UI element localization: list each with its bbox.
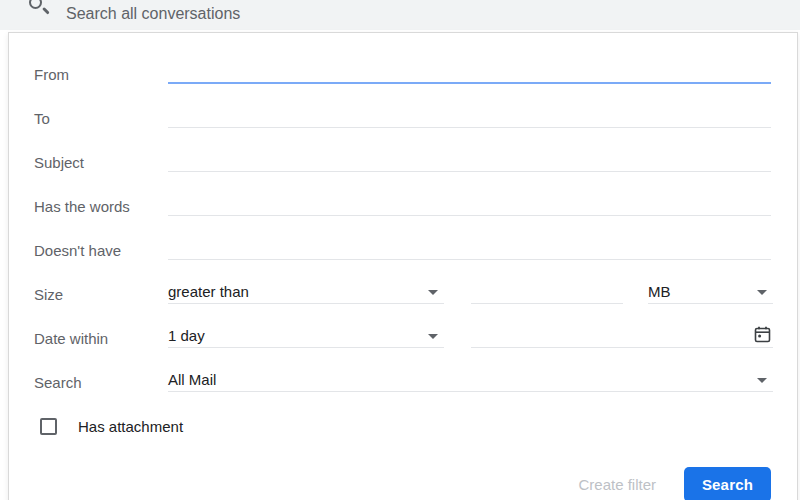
- date-input[interactable]: [471, 327, 773, 347]
- subject-label: Subject: [34, 154, 168, 172]
- search-input[interactable]: [66, 0, 626, 28]
- has-words-row: Has the words: [34, 181, 771, 225]
- search-icon[interactable]: [29, 0, 42, 9]
- search-scope-label: Search: [34, 374, 168, 392]
- subject-input[interactable]: [168, 151, 771, 171]
- search-scope-fields: All Mail: [168, 371, 773, 392]
- date-field: [471, 327, 773, 348]
- from-input[interactable]: [168, 62, 771, 82]
- panel-footer: Create filter Search: [34, 467, 771, 500]
- size-fields: greater than MB: [168, 283, 773, 304]
- size-operator-select[interactable]: greater than: [168, 283, 444, 304]
- has-words-label: Has the words: [34, 198, 168, 216]
- chevron-down-icon: [757, 378, 767, 383]
- date-within-label: Date within: [34, 330, 168, 348]
- size-unit-select[interactable]: MB: [648, 283, 773, 304]
- date-within-row: Date within 1 day: [34, 313, 771, 357]
- advanced-search-panel: From To Subject Has the words Doesn't ha…: [8, 32, 798, 500]
- to-input[interactable]: [168, 107, 771, 127]
- doesnt-have-row: Doesn't have: [34, 225, 771, 269]
- doesnt-have-input[interactable]: [168, 239, 771, 259]
- create-filter-button[interactable]: Create filter: [566, 468, 668, 500]
- size-row: Size greater than MB: [34, 269, 771, 313]
- has-attachment-label: Has attachment: [78, 418, 183, 435]
- has-words-field: [168, 195, 771, 216]
- size-unit-value: MB: [648, 283, 671, 303]
- has-attachment-checkbox[interactable]: [40, 418, 57, 435]
- from-field: [168, 62, 771, 84]
- chevron-down-icon: [428, 290, 438, 295]
- calendar-icon[interactable]: [754, 326, 771, 343]
- to-label: To: [34, 110, 168, 128]
- from-row: From: [34, 49, 771, 93]
- search-bar: [0, 0, 800, 30]
- subject-field: [168, 151, 771, 172]
- to-field: [168, 107, 771, 128]
- search-button[interactable]: Search: [684, 467, 771, 500]
- chevron-down-icon: [757, 290, 767, 295]
- chevron-down-icon: [428, 334, 438, 339]
- size-operator-value: greater than: [168, 283, 249, 303]
- from-label: From: [34, 66, 168, 84]
- size-amount-input[interactable]: [471, 283, 670, 303]
- search-scope-select[interactable]: All Mail: [168, 371, 773, 392]
- to-row: To: [34, 93, 771, 137]
- date-range-value: 1 day: [168, 327, 205, 347]
- date-range-select[interactable]: 1 day: [168, 327, 444, 348]
- size-label: Size: [34, 286, 168, 304]
- search-scope-value: All Mail: [168, 371, 216, 391]
- subject-row: Subject: [34, 137, 771, 181]
- doesnt-have-field: [168, 239, 771, 260]
- has-attachment-row: Has attachment: [34, 410, 771, 442]
- has-words-input[interactable]: [168, 195, 771, 215]
- date-within-fields: 1 day: [168, 327, 773, 348]
- doesnt-have-label: Doesn't have: [34, 242, 168, 260]
- search-scope-row: Search All Mail: [34, 357, 771, 401]
- size-amount-field: [471, 283, 623, 304]
